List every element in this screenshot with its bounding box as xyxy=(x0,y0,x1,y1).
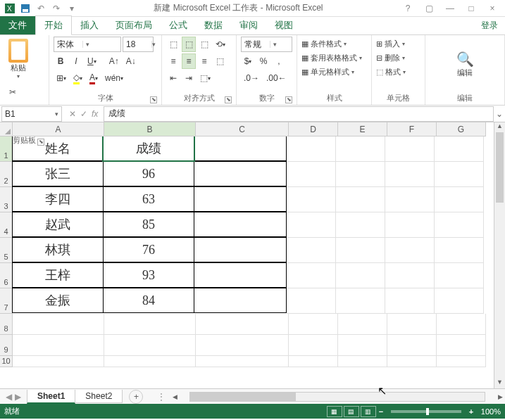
comma-format-icon[interactable]: , xyxy=(272,53,286,69)
zoom-in-button[interactable]: + xyxy=(467,407,475,416)
enter-formula-icon[interactable]: ✓ xyxy=(80,109,87,119)
tab-data[interactable]: 数据 xyxy=(196,16,231,34)
sheet-nav-prev-icon[interactable]: ◀ xyxy=(6,392,12,402)
bold-button[interactable]: B xyxy=(54,53,68,69)
merge-center-icon[interactable]: ⬚▾ xyxy=(197,70,213,86)
cell-B10[interactable] xyxy=(104,356,196,367)
number-format-select[interactable]: 常规▾ xyxy=(241,37,292,52)
cell-A5[interactable]: 林琪 xyxy=(12,237,104,262)
close-icon[interactable]: × xyxy=(482,1,502,15)
column-header-E[interactable]: E xyxy=(338,122,387,136)
increase-indent-icon[interactable]: ⇥ xyxy=(182,70,196,86)
tab-page-layout[interactable]: 页面布局 xyxy=(107,16,161,34)
login-link[interactable]: 登录 xyxy=(474,17,505,34)
horizontal-scrollbar[interactable]: ⋮ ◀ ▶ xyxy=(157,392,505,402)
page-layout-view-icon[interactable]: ▤ xyxy=(344,406,359,417)
align-center-icon[interactable]: ≡ xyxy=(182,53,196,69)
wrap-text-icon[interactable]: ⬚ xyxy=(213,53,227,69)
clipboard-launcher-icon[interactable]: ⬊ xyxy=(37,139,44,146)
orientation-icon[interactable]: ⟲▾ xyxy=(213,37,228,52)
cell-C8[interactable] xyxy=(196,314,289,335)
cell-C9[interactable] xyxy=(196,335,289,356)
cell-A4[interactable]: 赵武 xyxy=(12,212,104,237)
cell-C10[interactable] xyxy=(196,356,289,367)
cell-G9[interactable] xyxy=(437,335,486,356)
italic-button[interactable]: I xyxy=(69,53,83,69)
cell-D6[interactable] xyxy=(287,263,336,288)
cell-B9[interactable] xyxy=(104,335,196,356)
maximize-icon[interactable]: □ xyxy=(461,1,481,15)
cell-C4[interactable] xyxy=(194,212,287,237)
ribbon-options-icon[interactable]: ▢ xyxy=(419,1,439,15)
column-header-F[interactable]: F xyxy=(387,122,437,136)
cell-F1[interactable] xyxy=(385,136,435,162)
zoom-level[interactable]: 100% xyxy=(481,407,501,416)
cell-B1[interactable]: 成绩 xyxy=(103,136,194,161)
cell-G4[interactable] xyxy=(435,212,484,238)
formula-input[interactable]: 成绩 xyxy=(104,106,494,122)
cell-C3[interactable] xyxy=(194,186,287,212)
alignment-launcher-icon[interactable]: ⬊ xyxy=(225,96,232,103)
tab-insert[interactable]: 插入 xyxy=(72,16,107,34)
cell-F2[interactable] xyxy=(385,162,435,187)
cell-D1[interactable] xyxy=(287,136,336,162)
format-as-table-button[interactable]: ▦套用表格格式▾ xyxy=(301,51,367,65)
cell-D4[interactable] xyxy=(287,212,336,238)
find-select-button[interactable]: 🔍 编辑 xyxy=(451,42,479,87)
cell-D2[interactable] xyxy=(287,162,336,187)
row-header-4[interactable]: 4 xyxy=(0,212,13,238)
tab-file[interactable]: 文件 xyxy=(0,16,35,34)
font-name-select[interactable]: 宋体▾ xyxy=(54,37,121,52)
cell-C1[interactable] xyxy=(194,136,287,161)
cell-styles-button[interactable]: ▦单元格样式▾ xyxy=(301,65,367,79)
row-header-3[interactable]: 3 xyxy=(0,187,13,212)
cell-E8[interactable] xyxy=(338,314,387,335)
cell-G6[interactable] xyxy=(435,263,484,288)
tab-formulas[interactable]: 公式 xyxy=(161,16,196,34)
cell-B6[interactable]: 93 xyxy=(103,262,194,288)
conditional-format-button[interactable]: ▦条件格式▾ xyxy=(301,37,367,51)
align-middle-icon[interactable]: ⬚ xyxy=(182,37,196,52)
redo-icon[interactable]: ↷ xyxy=(49,1,63,15)
zoom-out-button[interactable]: − xyxy=(377,407,385,416)
hscroll-thumb[interactable] xyxy=(190,393,296,401)
align-left-icon[interactable]: ≡ xyxy=(166,53,180,69)
cell-A6[interactable]: 王梓 xyxy=(12,262,104,288)
row-header-6[interactable]: 6 xyxy=(0,263,13,288)
column-header-G[interactable]: G xyxy=(437,122,486,136)
cell-A9[interactable] xyxy=(13,335,104,356)
cell-C5[interactable] xyxy=(194,237,287,262)
cancel-formula-icon[interactable]: ✕ xyxy=(69,109,76,119)
cell-D7[interactable] xyxy=(287,288,336,314)
cell-G7[interactable] xyxy=(435,288,484,314)
cell-D10[interactable] xyxy=(289,356,338,367)
qat-customize-icon[interactable]: ▾ xyxy=(65,1,79,15)
cell-E4[interactable] xyxy=(336,212,385,238)
column-header-C[interactable]: C xyxy=(196,122,289,136)
row-header-7[interactable]: 7 xyxy=(0,288,13,314)
cell-A7[interactable]: 金振 xyxy=(12,288,104,313)
cell-D5[interactable] xyxy=(287,238,336,263)
sheet-tab-1[interactable]: Sheet1 xyxy=(27,390,75,404)
vscroll-thumb[interactable] xyxy=(496,132,504,203)
column-header-B[interactable]: B xyxy=(104,122,196,136)
cell-F10[interactable] xyxy=(387,356,437,367)
cell-D9[interactable] xyxy=(289,335,338,356)
cell-A2[interactable]: 张三 xyxy=(12,161,104,186)
cell-C2[interactable] xyxy=(194,161,287,186)
row-header-8[interactable]: 8 xyxy=(0,314,13,335)
cell-E3[interactable] xyxy=(336,187,385,212)
border-button[interactable]: ⊞▾ xyxy=(54,70,69,86)
tab-review[interactable]: 审阅 xyxy=(231,16,266,34)
underline-button[interactable]: U▾ xyxy=(85,53,99,69)
row-header-5[interactable]: 5 xyxy=(0,238,13,263)
cell-F3[interactable] xyxy=(385,187,435,212)
cut-icon[interactable]: ✂ xyxy=(6,84,20,100)
cell-E6[interactable] xyxy=(336,263,385,288)
cell-A10[interactable] xyxy=(13,356,104,367)
decrease-font-icon[interactable]: A↓ xyxy=(123,53,139,69)
row-header-2[interactable]: 2 xyxy=(0,162,13,187)
name-box[interactable]: B1▾ xyxy=(1,106,62,122)
cell-G5[interactable] xyxy=(435,238,484,263)
fill-color-button[interactable]: ◇▾ xyxy=(70,70,85,86)
